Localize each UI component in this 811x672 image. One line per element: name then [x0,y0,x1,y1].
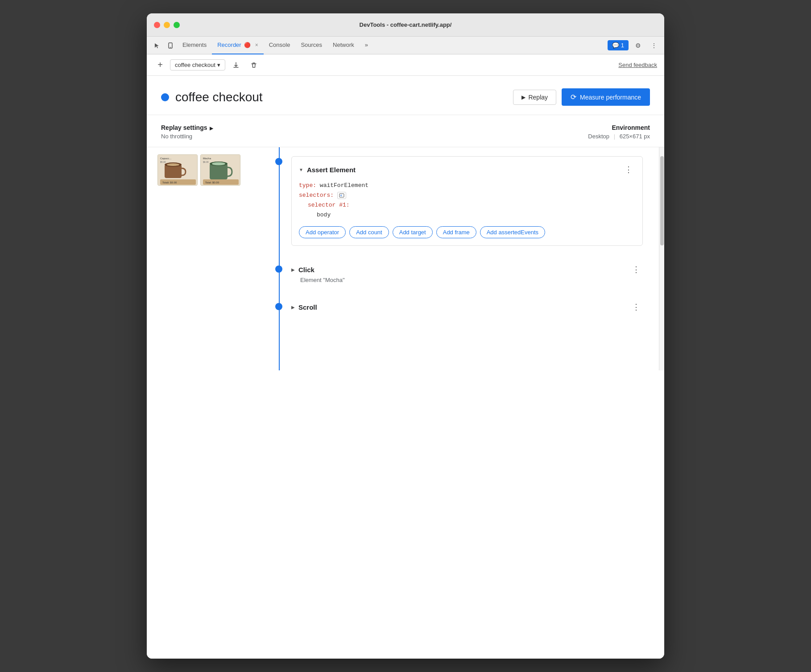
svg-text:Total: $0.00: Total: $0.00 [205,181,219,184]
recording-selector[interactable]: coffee checkout ▾ [170,59,225,71]
svg-text:$5.00: $5.00 [160,161,166,163]
tab-more[interactable]: » [360,37,373,54]
recorder-main: coffee checkout ▶ Replay ⟳ Measure perfo… [147,76,664,659]
play-icon: ▶ [521,94,525,100]
step-click: Click ⋮ Element "Mocha" [263,255,659,292]
step-dot-2 [275,265,282,273]
recorder-toolbar: + coffee checkout ▾ Send feedback [147,54,664,76]
tab-network[interactable]: Network [327,37,360,54]
step-click-expand-icon[interactable] [291,266,295,273]
devtools-window: DevTools - coffee-cart.netlify.app/ Elem… [147,13,664,659]
steps-container: Capucc... $5.00 Totali: $0.00 [147,147,664,370]
replay-button[interactable]: ▶ Replay [513,90,556,105]
step-assert-element-name: Assert Element [307,166,356,174]
recording-status-dot [161,93,169,101]
replay-settings: Replay settings No throttling [161,124,213,140]
step-dot-1 [275,158,282,165]
step-scroll-name: Scroll [298,303,317,311]
svg-point-7 [167,163,179,166]
step-scroll-menu-icon[interactable]: ⋮ [629,301,643,313]
step-expand-icon[interactable] [299,166,303,173]
svg-rect-18 [339,194,344,197]
tab-sources[interactable]: Sources [295,37,327,54]
timeline-area: Assert Element ⋮ type: waitForElement [263,147,659,370]
step-assert-element-content: Assert Element ⋮ type: waitForElement [291,156,643,246]
devtools-tab-bar: Elements Recorder 🔴 × Console Sources Ne… [147,37,664,54]
send-feedback-link[interactable]: Send feedback [618,62,657,68]
tab-console[interactable]: Console [264,37,296,54]
delete-button[interactable] [247,58,261,72]
add-count-button[interactable]: Add count [349,226,389,238]
tab-elements[interactable]: Elements [177,37,212,54]
scrollbar-track[interactable] [659,147,664,370]
step-code-block: type: waitForElement selectors: [299,181,635,220]
step-scroll-expand-icon[interactable] [291,304,295,310]
settings-bar: Replay settings No throttling Environmen… [147,115,664,147]
step-scroll-content: Scroll ⋮ [291,301,643,313]
maximize-button[interactable] [174,22,180,28]
step-dot-3 [275,303,282,310]
measure-icon: ⟳ [571,93,576,101]
add-frame-button[interactable]: Add frame [436,226,476,238]
mobile-icon[interactable] [164,39,177,52]
svg-point-15 [212,162,225,166]
step-click-detail: Element "Mocha" [291,277,643,283]
step-assert-element: Assert Element ⋮ type: waitForElement [263,147,659,255]
devtools-right-icons: 💬 1 ⚙ ⋮ [608,39,661,52]
step-assert-element-header: Assert Element ⋮ [299,164,635,175]
recording-header: coffee checkout ▶ Replay ⟳ Measure perfo… [147,76,664,115]
add-recording-button[interactable]: + [154,59,166,71]
header-actions: ▶ Replay ⟳ Measure performance [513,88,650,106]
step-click-content: Click ⋮ Element "Mocha" [291,264,643,283]
svg-rect-13 [210,164,228,179]
settings-icon[interactable]: ⚙ [631,39,645,52]
minimize-button[interactable] [164,22,170,28]
recording-title-area: coffee checkout [161,90,263,104]
svg-text:Mocha: Mocha [203,157,211,160]
steps-sidebar: Capucc... $5.00 Totali: $0.00 [147,147,263,370]
window-title: DevTools - coffee-cart.netlify.app/ [360,21,452,28]
scrollbar-thumb[interactable] [660,156,664,245]
thumbnail-1: Capucc... $5.00 Totali: $0.00 [157,154,198,186]
step-menu-icon[interactable]: ⋮ [622,164,635,175]
svg-rect-1 [170,47,171,47]
chat-icon: 💬 [612,42,619,49]
svg-text:Capucc...: Capucc... [160,157,172,160]
environment-info: Environment Desktop | 625×671 px [588,124,650,140]
window-controls [154,22,180,28]
replay-settings-toggle[interactable]: Replay settings [161,124,213,131]
throttling-value: No throttling [161,133,213,140]
add-operator-button[interactable]: Add operator [299,226,346,238]
cursor-icon[interactable] [150,39,164,52]
more-options-icon[interactable]: ⋮ [647,39,661,52]
svg-text:$6.00: $6.00 [203,161,209,163]
tab-close-recorder[interactable]: × [255,42,258,48]
thumbnail-group: Capucc... $5.00 Totali: $0.00 [157,154,263,186]
export-button[interactable] [229,58,243,72]
settings-expand-icon [210,124,213,131]
recording-title: coffee checkout [175,90,263,104]
dropdown-icon: ▾ [217,62,220,68]
chat-button[interactable]: 💬 1 [608,40,629,50]
thumbnail-2: Mocha $6.00 Total: $0.00 [200,154,240,186]
step-click-name: Click [298,266,314,274]
add-target-button[interactable]: Add target [393,226,433,238]
step-scroll: Scroll ⋮ [263,292,659,322]
svg-text:Totali: $0.00: Totali: $0.00 [162,181,177,184]
step-click-menu-icon[interactable]: ⋮ [629,264,643,275]
add-asserted-events-button[interactable]: Add assertedEvents [480,226,545,238]
tab-recorder[interactable]: Recorder 🔴 × [212,37,263,54]
measure-performance-button[interactable]: ⟳ Measure performance [562,88,650,106]
selector-tool-icon [337,192,346,199]
step-actions: Add operator Add count Add target Add fr… [299,226,635,238]
titlebar: DevTools - coffee-cart.netlify.app/ [147,13,664,37]
close-button[interactable] [154,22,160,28]
